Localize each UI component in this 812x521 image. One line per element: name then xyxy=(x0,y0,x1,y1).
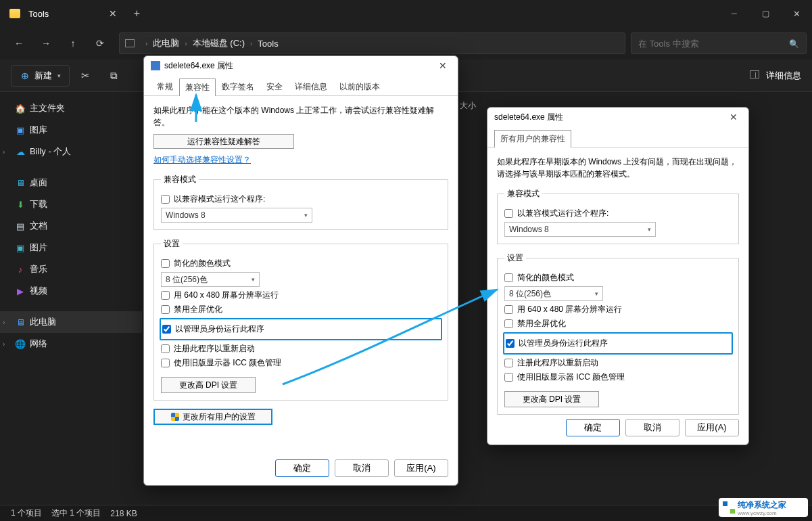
sidebar-item-pictures[interactable]: ▣图片 xyxy=(0,237,142,258)
legacy-icc-checkbox[interactable]: 使用旧版显示器 ICC 颜色管理 xyxy=(161,357,441,369)
tab-compatibility[interactable]: 兼容性 xyxy=(179,78,216,96)
breadcrumb-item[interactable]: Tools xyxy=(258,39,278,49)
tab-general[interactable]: 常规 xyxy=(151,78,179,95)
cut-button[interactable]: ✂ xyxy=(72,64,98,88)
up-button[interactable]: ↑ xyxy=(59,31,87,55)
chevron-down-icon: ▾ xyxy=(648,226,651,233)
minimize-button[interactable] xyxy=(719,0,750,27)
app-icon xyxy=(151,61,160,70)
change-dpi-button[interactable]: 更改高 DPI 设置 xyxy=(161,377,256,393)
sidebar-item-desktop[interactable]: 🖥桌面 xyxy=(0,172,142,194)
compat-mode-select[interactable]: Windows 8▾ xyxy=(504,222,656,237)
breadcrumb-item[interactable]: 此电脑 xyxy=(153,37,179,49)
dialog-actions: 确定 取消 应用(A) xyxy=(566,419,739,436)
shield-icon xyxy=(171,413,179,421)
compat-mode-group: 兼容模式 以兼容模式运行这个程序: Windows 8▾ xyxy=(497,188,739,244)
sidebar-item-downloads[interactable]: ⬇下载 xyxy=(0,194,142,215)
settings-legend: 设置 xyxy=(161,238,183,250)
reduced-color-checkbox[interactable]: 简化的颜色模式 xyxy=(504,272,732,284)
compat-mode-select[interactable]: Windows 8▾ xyxy=(161,208,312,223)
sidebar-item-documents[interactable]: ▤文档 xyxy=(0,215,142,237)
search-input[interactable] xyxy=(638,39,789,49)
refresh-button[interactable]: ⟳ xyxy=(87,31,114,55)
maximize-button[interactable] xyxy=(750,0,781,27)
compat-mode-group: 兼容模式 以兼容模式运行这个程序: Windows 8▾ xyxy=(153,174,448,230)
disable-fullscreen-checkbox[interactable]: 禁用全屏优化 xyxy=(504,318,732,330)
dialog-close-button[interactable]: ✕ xyxy=(435,60,451,71)
run-as-admin-checkbox[interactable]: 以管理员身份运行此程序 xyxy=(162,323,439,335)
register-restart-checkbox[interactable]: 注册此程序以重新启动 xyxy=(161,343,441,355)
sidebar-item-gallery[interactable]: ▣图库 xyxy=(0,119,142,141)
forward-button[interactable]: → xyxy=(32,31,59,55)
tab-details[interactable]: 详细信息 xyxy=(289,78,333,95)
dialog-body: 如果此程序不能在这个版本的 Windows 上正常工作，请尝试运行兼容性疑难解答… xyxy=(144,96,458,433)
tab-security[interactable]: 安全 xyxy=(260,78,289,95)
new-button[interactable]: ⊕ 新建 ▾ xyxy=(11,65,70,87)
troubleshoot-button[interactable]: 运行兼容性疑难解答 xyxy=(153,134,294,149)
search-box[interactable] xyxy=(631,32,807,54)
sidebar-item-videos[interactable]: ▶视频 xyxy=(0,280,142,302)
legacy-icc-checkbox[interactable]: 使用旧版显示器 ICC 颜色管理 xyxy=(504,371,732,383)
new-tab-button[interactable]: + xyxy=(123,0,150,27)
breadcrumb[interactable]: › 此电脑 › 本地磁盘 (C:) › Tools xyxy=(119,32,625,54)
compat-mode-checkbox[interactable]: 以兼容模式运行这个程序: xyxy=(504,208,732,219)
help-link[interactable]: 如何手动选择兼容性设置？ xyxy=(153,154,448,166)
tab-digital-signatures[interactable]: 数字签名 xyxy=(216,78,260,95)
compat-mode-checkbox[interactable]: 以兼容模式运行这个程序: xyxy=(161,194,441,205)
details-icon xyxy=(750,70,759,78)
cancel-button[interactable]: 取消 xyxy=(335,459,389,477)
pc-icon: 🖥 xyxy=(15,317,26,327)
tab-close-button[interactable]: ✕ xyxy=(103,0,123,27)
sidebar-item-home[interactable]: 🏠主文件夹 xyxy=(0,97,142,119)
dialog-titlebar[interactable]: sdelete64.exe 属性 ✕ xyxy=(487,108,748,127)
video-icon: ▶ xyxy=(15,286,26,296)
ok-button[interactable]: 确定 xyxy=(275,459,329,477)
dialog-close-button[interactable]: ✕ xyxy=(725,112,742,122)
dialog-titlebar[interactable]: sdelete64.exe 属性 ✕ xyxy=(144,56,458,75)
apply-button[interactable]: 应用(A) xyxy=(685,419,739,436)
properties-dialog: sdelete64.exe 属性 ✕ 常规 兼容性 数字签名 安全 详细信息 以… xyxy=(143,55,458,486)
cloud-icon: ☁ xyxy=(15,146,26,157)
chevron-right-icon: › xyxy=(3,340,5,348)
back-button[interactable]: ← xyxy=(5,31,32,55)
color-depth-select[interactable]: 8 位(256)色▾ xyxy=(161,272,260,287)
change-all-users-button[interactable]: 更改所有用户的设置 xyxy=(153,409,272,425)
color-depth-select[interactable]: 8 位(256)色▾ xyxy=(504,286,603,301)
cancel-button[interactable]: 取消 xyxy=(625,419,679,436)
dialog-actions: 确定 取消 应用(A) xyxy=(275,459,448,477)
dialog-title: sdelete64.exe 属性 xyxy=(164,60,233,72)
register-restart-checkbox[interactable]: 注册此程序以重新启动 xyxy=(504,357,732,369)
tab-all-users-compat[interactable]: 所有用户的兼容性 xyxy=(494,130,571,148)
lowres-checkbox[interactable]: 用 640 x 480 屏幕分辨率运行 xyxy=(504,304,732,315)
tab-previous-versions[interactable]: 以前的版本 xyxy=(333,78,386,95)
sidebar-item-network[interactable]: ›🌐网络 xyxy=(0,333,142,355)
sidebar-item-music[interactable]: ♪音乐 xyxy=(0,258,142,280)
apply-button[interactable]: 应用(A) xyxy=(394,459,448,477)
run-as-admin-checkbox[interactable]: 以管理员身份运行此程序 xyxy=(506,338,730,349)
gallery-icon: ▣ xyxy=(15,124,26,135)
watermark-url: www.ycwzy.com xyxy=(738,511,786,516)
window-controls xyxy=(719,0,812,27)
ok-button[interactable]: 确定 xyxy=(566,419,620,436)
intro-text: 如果此程序在早期版本的 Windows 上没有问题，而现在出现问题，请选择与该早… xyxy=(497,156,739,180)
column-header-size: 大小 xyxy=(460,100,476,112)
change-dpi-button[interactable]: 更改高 DPI 设置 xyxy=(504,391,599,407)
watermark: 纯净系统之家 www.ycwzy.com xyxy=(719,498,808,517)
sidebar-item-thispc[interactable]: ›🖥此电脑 xyxy=(0,311,142,333)
chevron-right-icon: › xyxy=(3,319,5,326)
close-button[interactable] xyxy=(781,0,812,27)
breadcrumb-item[interactable]: 本地磁盘 (C:) xyxy=(193,37,245,49)
details-pane-button[interactable]: 详细信息 xyxy=(750,70,801,82)
tab-area: ✕ + xyxy=(103,0,150,27)
chevron-down-icon: ▾ xyxy=(252,276,255,283)
plus-icon: ⊕ xyxy=(20,70,30,81)
intro-text: 如果此程序不能在这个版本的 Windows 上正常工作，请尝试运行兼容性疑难解答… xyxy=(153,104,448,129)
disable-fullscreen-checkbox[interactable]: 禁用全屏优化 xyxy=(161,304,441,315)
pictures-icon: ▣ xyxy=(15,242,26,253)
lowres-checkbox[interactable]: 用 640 x 480 屏幕分辨率运行 xyxy=(161,290,441,301)
download-icon: ⬇ xyxy=(15,199,26,210)
sidebar-item-onedrive[interactable]: ›☁Billy - 个人 xyxy=(0,141,142,162)
reduced-color-checkbox[interactable]: 简化的颜色模式 xyxy=(161,258,441,269)
copy-button[interactable]: ⧉ xyxy=(101,64,126,88)
chevron-right-icon: › xyxy=(3,148,5,156)
